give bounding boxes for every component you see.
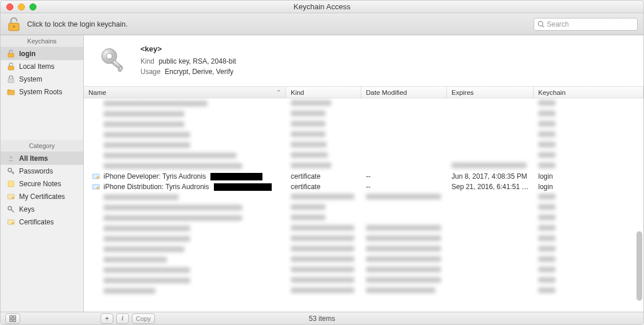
sidebar-item-all-items[interactable]: All Items — [1, 152, 83, 165]
column-header-date[interactable]: Date Modified — [361, 87, 447, 98]
titlebar: Keychain Access — [1, 1, 643, 13]
table-row[interactable]: iPhone Distribution: Tyris Audronis cert… — [84, 182, 643, 192]
row-date: -- — [361, 172, 447, 180]
sidebar-item-label: System — [19, 75, 42, 83]
traffic-lights — [6, 3, 36, 10]
search-placeholder: Search — [547, 20, 569, 28]
table-row[interactable] — [84, 109, 643, 119]
sidebar-item-system-roots[interactable]: System Roots — [1, 86, 83, 98]
detail-usage-row: Usage Encrypt, Derive, Verify — [140, 67, 236, 77]
category-list: All Items Passwords Secure Notes My Cert… — [1, 152, 83, 228]
svg-line-3 — [542, 25, 544, 27]
svg-point-9 — [10, 156, 12, 158]
unlock-icon — [6, 62, 16, 71]
table-row[interactable] — [84, 275, 643, 286]
sidebar-item-label: Secure Notes — [19, 180, 61, 188]
row-date: -- — [361, 183, 447, 191]
sidebar-item-label: login — [19, 50, 36, 58]
table-row[interactable] — [84, 150, 643, 161]
svg-rect-28 — [10, 316, 12, 318]
row-kind: certificate — [286, 172, 361, 180]
row-kind: certificate — [286, 183, 361, 191]
sidebar-item-local-items[interactable]: Local Items — [1, 60, 83, 73]
grid-icon — [9, 315, 16, 322]
detail-kind-row: Kind public key, RSA, 2048-bit — [140, 56, 236, 67]
lock-icon — [6, 75, 16, 84]
row-name: iPhone Distribution: Tyris Audronis — [103, 183, 209, 191]
sidebar-item-label: Passwords — [19, 167, 53, 175]
table-row[interactable] — [84, 192, 643, 202]
toolbar: Click to lock the login keychain. Search — [1, 13, 643, 35]
view-toggle-button[interactable] — [5, 313, 20, 324]
sidebar-item-passwords[interactable]: Passwords — [1, 165, 83, 178]
row-keychain: login — [534, 183, 643, 191]
svg-rect-13 — [8, 181, 14, 187]
table-row[interactable] — [84, 140, 643, 150]
column-header-keychain[interactable]: Keychain — [534, 87, 643, 98]
svg-rect-29 — [13, 316, 16, 318]
add-button[interactable]: + — [101, 313, 113, 324]
detail-usage-value: Encrypt, Derive, Verify — [165, 68, 234, 76]
close-button[interactable] — [6, 3, 13, 10]
info-button[interactable]: i — [116, 313, 129, 324]
table-row[interactable]: iPhone Developer: Tyris Audronis certifi… — [84, 171, 643, 182]
table-row[interactable] — [84, 202, 643, 213]
note-icon — [6, 179, 16, 189]
row-expires: Sep 21, 2016, 6:41:51 PM — [447, 183, 534, 191]
item-count: 53 items — [1, 315, 643, 323]
column-header-kind[interactable]: Kind — [286, 87, 361, 98]
table-row[interactable] — [84, 265, 643, 275]
table-row[interactable] — [84, 223, 643, 234]
maximize-button[interactable] — [29, 3, 36, 10]
sidebar-item-certificates[interactable]: Certificates — [1, 216, 83, 228]
detail-kind-value: public key, RSA, 2048-bit — [158, 57, 236, 65]
cert-icon — [6, 217, 16, 227]
statusbar: + i Copy 53 items — [1, 312, 643, 324]
sidebar-item-keys[interactable]: Keys — [1, 203, 83, 216]
window-title: Keychain Access — [1, 2, 643, 11]
table-row[interactable] — [84, 213, 643, 223]
minimize-button[interactable] — [18, 3, 25, 10]
sidebar-item-label: My Certificates — [19, 193, 65, 201]
table-row[interactable] — [84, 119, 643, 130]
table-row[interactable] — [84, 161, 643, 171]
detail-kind-label: Kind — [140, 57, 154, 65]
lock-hint-text: Click to lock the login keychain. — [27, 20, 534, 28]
detail-usage-label: Usage — [140, 68, 161, 76]
folder-icon — [6, 87, 16, 97]
svg-rect-30 — [10, 319, 12, 322]
sidebar-item-login[interactable]: login — [1, 47, 83, 60]
svg-point-27 — [97, 187, 99, 189]
copy-button[interactable]: Copy — [132, 313, 155, 324]
svg-point-25 — [97, 176, 99, 179]
table-body[interactable]: iPhone Developer: Tyris Audronis certifi… — [84, 98, 643, 312]
search-icon — [538, 21, 545, 28]
table-row[interactable] — [84, 130, 643, 140]
sort-ascending-icon: ⌃ — [276, 89, 281, 95]
table-row[interactable] — [84, 244, 643, 254]
column-header-expires[interactable]: Expires — [447, 87, 534, 98]
sidebar-item-secure-notes[interactable]: Secure Notes — [1, 178, 83, 190]
sidebar-item-label: System Roots — [19, 88, 62, 96]
table-row[interactable] — [84, 286, 643, 296]
table-row[interactable] — [84, 234, 643, 244]
table-header: Name ⌃ Kind Date Modified Expires Keycha… — [84, 87, 643, 98]
svg-rect-4 — [8, 53, 14, 57]
search-input[interactable]: Search — [534, 18, 638, 31]
key-icon — [6, 167, 16, 176]
table-row[interactable] — [84, 98, 643, 109]
sidebar-item-label: Certificates — [19, 218, 54, 226]
svg-point-19 — [12, 222, 14, 224]
key-icon — [97, 43, 131, 78]
keychains-list: login Local Items System System Roots — [1, 47, 83, 98]
sidebar-item-system[interactable]: System — [1, 73, 83, 86]
column-header-name[interactable]: Name ⌃ — [84, 87, 286, 98]
lock-icon[interactable] — [6, 16, 21, 32]
sidebar-item-label: Local Items — [19, 62, 54, 71]
table-row[interactable] — [84, 254, 643, 265]
unlock-icon — [6, 49, 16, 58]
redacted-block — [210, 173, 262, 180]
sidebar-item-my-certificates[interactable]: My Certificates — [1, 190, 83, 203]
scrollbar-thumb[interactable] — [636, 231, 642, 301]
info-icon: i — [121, 314, 123, 323]
